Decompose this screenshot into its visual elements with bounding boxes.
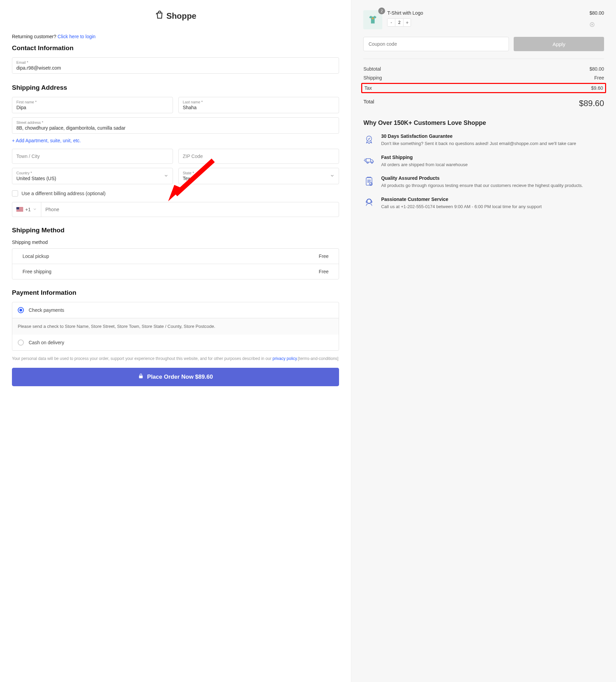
subtotal-label: Subtotal — [363, 66, 381, 72]
benefit-title: Quality Assured Products — [381, 175, 583, 181]
coupon-input[interactable] — [363, 37, 509, 51]
qty-input[interactable] — [395, 19, 403, 26]
svg-rect-3 — [366, 158, 371, 162]
tax-label: Tax — [364, 85, 372, 91]
email-input[interactable] — [16, 65, 335, 71]
last-name-input[interactable] — [183, 105, 335, 110]
quantity-stepper[interactable]: - + — [387, 18, 411, 27]
chevron-down-icon — [33, 207, 37, 212]
town-input[interactable] — [16, 154, 168, 159]
contact-heading: Contact Information — [12, 44, 339, 52]
tax-row: Tax $9.60 — [361, 83, 606, 93]
first-name-input[interactable] — [16, 105, 168, 110]
shipping-icon — [363, 155, 375, 168]
cart-item: 2 T-Shirt with Logo - + $80.00 — [363, 10, 604, 29]
chevron-down-icon — [330, 173, 335, 179]
svg-point-8 — [367, 199, 371, 203]
shipping-option[interactable]: Local pickup Free — [12, 249, 339, 264]
product-price: $80.00 — [589, 10, 604, 16]
country-value: United States (US) — [16, 176, 164, 181]
last-name-label: Last name * — [183, 100, 335, 104]
shipping-option-price: Free — [319, 269, 329, 274]
quality-icon — [363, 175, 375, 189]
street-label: Street address * — [16, 120, 335, 125]
svg-point-4 — [367, 162, 368, 163]
last-name-field[interactable]: Last name * — [178, 97, 339, 113]
shipping-value: Free — [594, 75, 604, 81]
shipping-method-table: Local pickup Free Free shipping Free — [12, 248, 339, 279]
radio-icon — [18, 307, 24, 313]
radio-icon — [18, 339, 24, 346]
diff-billing-label: Use a different billing address (optiona… — [21, 191, 105, 196]
privacy-link[interactable]: privacy policy — [273, 356, 297, 361]
tax-value: $9.60 — [591, 85, 603, 91]
add-apartment-link[interactable]: + Add Apartment, suite, unit, etc. — [12, 138, 339, 143]
subtotal-value: $80.00 — [589, 66, 604, 72]
login-link[interactable]: Click here to login — [58, 34, 96, 39]
benefit-item: Fast Shipping All orders are shipped fro… — [363, 155, 604, 168]
product-name: T-Shirt with Logo — [387, 10, 585, 16]
benefit-title: Fast Shipping — [381, 155, 468, 160]
qty-plus-button[interactable]: + — [403, 19, 411, 26]
shipping-option-name: Free shipping — [23, 269, 52, 274]
total-label: Total — [363, 99, 374, 108]
benefit-title: 30 Days Satisfaction Gaurantee — [381, 133, 576, 139]
apply-coupon-button[interactable]: Apply — [514, 37, 604, 51]
street-field[interactable]: Street address * — [12, 117, 339, 134]
subtotal-row: Subtotal $80.00 — [363, 64, 604, 73]
street-input[interactable] — [16, 125, 335, 131]
privacy-text-2: .[terms-and-conditions] — [297, 356, 338, 361]
benefit-item: Quality Assured Products All products go… — [363, 175, 604, 189]
benefit-body: All products go through rigorous testing… — [381, 182, 583, 189]
payment-options: Check payments Please send a check to St… — [12, 302, 339, 351]
checkbox-icon — [12, 190, 18, 197]
place-order-button[interactable]: Place Order Now $89.60 — [12, 368, 339, 386]
svg-point-2 — [367, 136, 372, 141]
diff-billing-checkbox[interactable]: Use a different billing address (optiona… — [12, 190, 339, 197]
email-field[interactable]: Email * — [12, 57, 339, 74]
logo-icon — [155, 10, 164, 22]
why-heading: Why Over 150K+ Customers Love Shoppe — [363, 119, 604, 127]
zip-field[interactable] — [178, 149, 339, 164]
benefit-title: Passionate Customer Service — [381, 197, 542, 202]
benefit-item: 30 Days Satisfaction Gaurantee Don't lik… — [363, 133, 604, 147]
dial-code: +1 — [25, 207, 31, 212]
svg-point-0 — [372, 17, 374, 19]
flag-us-icon — [16, 207, 23, 212]
total-row: Total $89.60 — [363, 94, 604, 110]
country-code-select[interactable]: +1 — [12, 202, 41, 217]
shipping-method-label: Shipping method — [12, 240, 339, 245]
email-label: Email * — [16, 60, 335, 64]
state-label: State * — [183, 171, 330, 175]
phone-input[interactable] — [41, 207, 339, 212]
remove-item-button[interactable] — [589, 22, 604, 28]
svg-point-5 — [371, 162, 373, 163]
benefit-item: Passionate Customer Service Call us at +… — [363, 197, 604, 210]
returning-text: Returning customer? — [12, 34, 58, 39]
privacy-notice: Your personal data will be used to proce… — [12, 355, 339, 362]
order-summary: Subtotal $80.00 Shipping Free Tax $9.60 … — [363, 59, 604, 110]
payment-option-cod[interactable]: Cash on delivery — [12, 335, 339, 350]
country-select[interactable]: Country * United States (US) — [12, 168, 173, 184]
chevron-down-icon — [164, 173, 168, 179]
shipping-method-heading: Shipping Method — [12, 227, 339, 234]
zip-input[interactable] — [183, 154, 335, 159]
payment-option-check[interactable]: Check payments — [12, 302, 339, 318]
total-value: $89.60 — [579, 99, 604, 108]
benefit-body: Don't like something? Sent it back no qu… — [381, 140, 576, 147]
lock-icon — [138, 373, 144, 380]
benefit-body: All orders are shipped from local wareho… — [381, 161, 468, 168]
guarantee-icon — [363, 133, 375, 147]
shipping-label: Shipping — [363, 75, 382, 81]
payment-option-label: Check payments — [29, 307, 64, 313]
qty-minus-button[interactable]: - — [387, 19, 395, 26]
shipping-option[interactable]: Free shipping Free — [12, 264, 339, 279]
phone-field[interactable]: +1 — [12, 202, 339, 217]
support-icon — [363, 197, 375, 210]
town-field[interactable] — [12, 149, 173, 164]
returning-customer: Returning customer? Click here to login — [12, 34, 339, 39]
state-select[interactable]: State * Texas — [178, 168, 339, 184]
payment-info: Please send a check to Store Name, Store… — [12, 318, 339, 335]
first-name-field[interactable]: First name * — [12, 97, 173, 113]
shipping-option-name: Local pickup — [23, 253, 49, 259]
